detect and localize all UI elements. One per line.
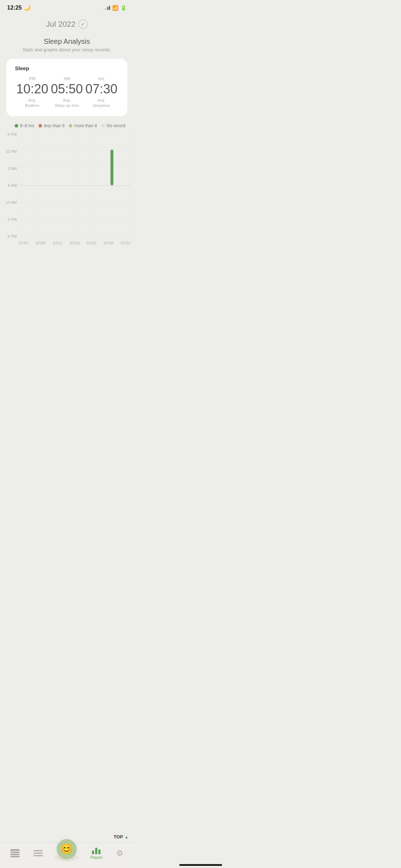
legend-item-morethan8: more than 8 bbox=[69, 123, 97, 128]
legend-dot-norecord bbox=[101, 124, 105, 128]
y-label-6am: 6 AM bbox=[3, 183, 17, 188]
legend-dot-lessthan6 bbox=[38, 124, 42, 128]
sleep-bar-0726 bbox=[110, 150, 113, 185]
chart-wrap: 6 PM 10 PM 2 AM 6 AM 10 AM 2 PM 6 PM bbox=[3, 132, 130, 239]
legend-dot-68hrs bbox=[15, 124, 18, 128]
grid-line-v5 bbox=[112, 132, 112, 239]
legend-dot-morethan8 bbox=[69, 124, 72, 128]
legend-label-lessthan6: less than 6 bbox=[44, 123, 65, 128]
sleep-stat-bedtime: PM 10:20 Avg.Bedtime bbox=[15, 76, 50, 108]
legend-label-68hrs: 6–8 hrs bbox=[20, 123, 34, 128]
grid-line-v6 bbox=[130, 132, 131, 239]
month-year-label: Jul 2022 bbox=[46, 20, 76, 29]
x-label-3: 07/16 bbox=[70, 241, 80, 245]
sleep-stats: PM 10:20 Avg.Bedtime AM 05:50 Avg.Wake-u… bbox=[15, 76, 119, 108]
wakeup-label-bottom: Avg.Wake-up time bbox=[50, 98, 84, 109]
y-label-10am: 10 AM bbox=[3, 200, 17, 205]
sleep-card: Sleep PM 10:20 Avg.Bedtime AM 05:50 Avg.… bbox=[6, 59, 127, 116]
sleeptime-value: 07:30 bbox=[84, 82, 119, 96]
chart-area bbox=[19, 132, 130, 239]
dropdown-icon[interactable]: ✓ bbox=[78, 20, 88, 29]
wakeup-label-top: AM bbox=[50, 76, 84, 81]
bedtime-value: 10:20 bbox=[15, 82, 50, 96]
bedtime-label-bottom: Avg.Bedtime bbox=[15, 98, 50, 109]
chart-grid bbox=[19, 132, 130, 239]
status-bar: 12:25 🌙 📶 🔋 bbox=[0, 0, 134, 13]
legend-item-norecord: No record bbox=[101, 123, 125, 128]
sleep-chart: 6 PM 10 PM 2 AM 6 AM 10 AM 2 PM 6 PM bbox=[3, 132, 130, 245]
section-title: Sleep Analysis Stats and graphs about yo… bbox=[22, 37, 111, 52]
y-label-2pm: 2 PM bbox=[3, 217, 17, 222]
x-label-0: 07/01 bbox=[19, 241, 29, 245]
sleeptime-label-bottom: Avg.Sleeptime bbox=[84, 98, 119, 109]
grid-line-bottom bbox=[19, 239, 130, 239]
legend-item-lessthan6: less than 6 bbox=[38, 123, 65, 128]
legend-label-norecord: No record bbox=[107, 123, 125, 128]
x-label-2: 07/11 bbox=[53, 241, 63, 245]
moon-icon: 🌙 bbox=[24, 4, 31, 11]
legend-label-morethan8: more than 8 bbox=[74, 123, 97, 128]
bedtime-label-top: PM bbox=[15, 76, 50, 81]
x-label-5: 07/26 bbox=[104, 241, 114, 245]
grid-line-v1 bbox=[37, 132, 38, 239]
chart-legend: 6–8 hrs less than 6 more than 8 No recor… bbox=[15, 123, 125, 128]
section-subheading: Stats and graphs about your sleep record… bbox=[22, 47, 111, 52]
legend-item-68hrs: 6–8 hrs bbox=[15, 123, 34, 128]
x-label-6: 07/31 bbox=[120, 241, 130, 245]
y-label-10pm: 10 PM bbox=[3, 149, 17, 154]
battery-icon: 🔋 bbox=[120, 5, 127, 11]
x-label-4: 07/21 bbox=[87, 241, 97, 245]
sleep-stat-wakeup: AM 05:50 Avg.Wake-up time bbox=[50, 76, 84, 108]
status-time: 12:25 🌙 bbox=[7, 4, 31, 11]
chart-x-axis: 07/01 07/06 07/11 07/16 07/21 07/26 07/3… bbox=[3, 239, 130, 245]
sleep-stat-sleeptime: hrs 07:30 Avg.Sleeptime bbox=[84, 76, 119, 108]
y-label-2am: 2 AM bbox=[3, 166, 17, 171]
grid-line-v4 bbox=[93, 132, 94, 239]
section-heading: Sleep Analysis bbox=[22, 37, 111, 46]
grid-line-v0 bbox=[19, 132, 19, 239]
chart-y-axis: 6 PM 10 PM 2 AM 6 AM 10 AM 2 PM 6 PM bbox=[3, 132, 19, 239]
month-header[interactable]: Jul 2022 ✓ bbox=[46, 20, 88, 29]
sleeptime-label-top: hrs bbox=[84, 76, 119, 81]
signal-icon bbox=[104, 6, 110, 10]
time-display: 12:25 bbox=[7, 5, 22, 11]
grid-line-v3 bbox=[75, 132, 75, 239]
wifi-icon: 📶 bbox=[112, 5, 118, 11]
grid-line-v2 bbox=[56, 132, 56, 239]
y-label-6pm: 6 PM bbox=[3, 132, 17, 137]
x-label-1: 07/06 bbox=[36, 241, 46, 245]
status-icons: 📶 🔋 bbox=[104, 5, 127, 11]
sleep-card-title: Sleep bbox=[15, 65, 119, 71]
wakeup-value: 05:50 bbox=[50, 82, 84, 96]
y-label-6pm-bottom: 6 PM bbox=[3, 234, 17, 239]
